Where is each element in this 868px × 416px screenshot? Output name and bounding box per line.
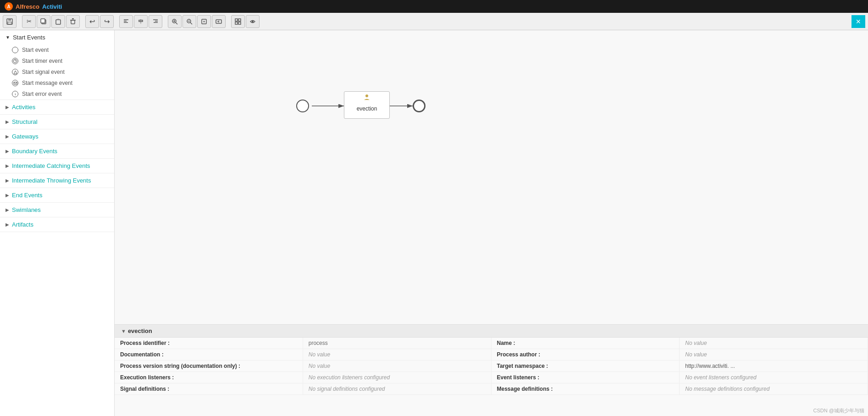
- start-signal-event-icon: [12, 69, 18, 75]
- toggle-grid-button[interactable]: [231, 15, 245, 28]
- sidebar-section-activities-header[interactable]: ▶ Activities: [0, 100, 114, 114]
- prop-value-target-namespace: http://www.activiti. ...: [680, 361, 868, 372]
- sidebar-section-end-events-header[interactable]: ▶ End Events: [0, 188, 114, 202]
- save-button[interactable]: [3, 15, 17, 28]
- end-events-arrow: ▶: [6, 193, 9, 198]
- close-panel-button[interactable]: ✕: [851, 15, 865, 28]
- paste-button[interactable]: [51, 15, 65, 28]
- sidebar-section-structural-header[interactable]: ▶ Structural: [0, 115, 114, 129]
- align-right-button[interactable]: [149, 15, 162, 28]
- align-center-button[interactable]: [134, 15, 148, 28]
- svg-point-37: [252, 21, 254, 22]
- start-events-label: Start Events: [13, 34, 45, 41]
- watermark: CSDN @城南少年与猫: [813, 407, 864, 414]
- sidebar-section-boundary-events-header[interactable]: ▶ Boundary Events: [0, 144, 114, 158]
- align-center-icon: [138, 18, 144, 25]
- alfresco-logo-icon: A: [5, 2, 13, 11]
- zoom-fit-button[interactable]: [197, 15, 211, 28]
- task-user-icon: [364, 94, 370, 102]
- svg-rect-9: [71, 20, 75, 24]
- sidebar-item-start-error-event[interactable]: Start error event: [0, 89, 114, 100]
- sidebar: ▼ Start Events Start event Start timer e…: [0, 30, 115, 416]
- zoom-100-button[interactable]: [212, 15, 226, 28]
- sidebar-section-activities: ▶ Activities: [0, 100, 114, 115]
- properties-title: evection: [128, 327, 152, 334]
- sidebar-section-structural: ▶ Structural: [0, 115, 114, 129]
- svg-rect-35: [235, 22, 238, 24]
- cut-icon: ✂: [27, 18, 32, 25]
- delete-button[interactable]: [66, 15, 80, 28]
- sidebar-section-intermediate-catching-header[interactable]: ▶ Intermediate Catching Events: [0, 159, 114, 173]
- intermediate-throwing-arrow: ▶: [6, 178, 9, 183]
- save-icon: [6, 18, 13, 25]
- intermediate-catching-arrow: ▶: [6, 163, 9, 168]
- zoom-out-button[interactable]: [182, 15, 196, 28]
- sidebar-section-start-events: ▼ Start Events Start event Start timer e…: [0, 30, 114, 100]
- prop-value-process-version: No value: [303, 361, 492, 372]
- sidebar-section-swimlanes-header[interactable]: ▶ Swimlanes: [0, 203, 114, 217]
- sidebar-section-start-events-header[interactable]: ▼ Start Events: [0, 30, 114, 44]
- properties-panel-header: ▼ evection: [115, 325, 868, 338]
- snap-icon: [249, 18, 256, 25]
- start-message-event-label: Start message event: [22, 80, 72, 86]
- sidebar-section-artifacts-header[interactable]: ▶ Artifacts: [0, 217, 114, 232]
- main-content: ▼ Start Events Start event Start timer e…: [0, 30, 868, 416]
- prop-label-execution-listeners: Execution listeners :: [115, 372, 303, 383]
- start-timer-event-icon: [12, 58, 18, 64]
- zoom-in-button[interactable]: [168, 15, 182, 28]
- start-events-arrow: ▼: [6, 35, 10, 40]
- sidebar-section-intermediate-throwing-header[interactable]: ▶ Intermediate Throwing Events: [0, 173, 114, 188]
- align-right-icon: [152, 18, 159, 25]
- sidebar-item-start-message-event[interactable]: Start message event: [0, 78, 114, 89]
- sidebar-section-boundary-events: ▶ Boundary Events: [0, 144, 114, 159]
- activities-arrow: ▶: [6, 105, 9, 110]
- diagram-canvas[interactable]: evection: [115, 30, 868, 324]
- prop-value-signal-definitions: No signal definitions configured: [303, 383, 492, 395]
- prop-value-name: No value: [680, 338, 868, 349]
- logo-activiti-text: Activiti: [42, 3, 62, 10]
- prop-value-documentation: No value: [303, 349, 492, 361]
- main-toolbar: ✂ ↩ ↪: [0, 13, 868, 30]
- svg-point-46: [365, 94, 368, 97]
- properties-grid: Process identifier : process Name : No v…: [115, 338, 868, 395]
- task-label: evection: [357, 105, 377, 112]
- task-node[interactable]: evection: [344, 91, 390, 119]
- prop-label-documentation: Documentation :: [115, 349, 303, 361]
- start-signal-event-label: Start signal event: [22, 69, 65, 75]
- prop-label-process-author: Process author :: [492, 349, 680, 361]
- end-events-label: End Events: [12, 192, 43, 199]
- redo-button[interactable]: ↪: [100, 15, 114, 28]
- activities-label: Activities: [12, 104, 35, 111]
- swimlanes-label: Swimlanes: [12, 206, 41, 213]
- cut-button[interactable]: ✂: [22, 15, 36, 28]
- align-left-icon: [123, 18, 129, 25]
- prop-label-name: Name :: [492, 338, 680, 349]
- start-error-event-label: Start error event: [22, 91, 62, 97]
- sidebar-item-start-event[interactable]: Start event: [0, 44, 114, 55]
- sidebar-section-intermediate-throwing: ▶ Intermediate Throwing Events: [0, 173, 114, 188]
- properties-arrow: ▼: [121, 328, 126, 334]
- prop-label-process-version: Process version string (documentation on…: [115, 361, 303, 372]
- delete-icon: [70, 18, 76, 25]
- snap-button[interactable]: [246, 15, 260, 28]
- svg-line-21: [176, 22, 177, 24]
- svg-text:A: A: [7, 4, 10, 9]
- undo-button[interactable]: ↩: [85, 15, 99, 28]
- start-event-node[interactable]: [296, 100, 309, 112]
- close-icon: ✕: [856, 18, 861, 25]
- sidebar-item-start-timer-event[interactable]: Start timer event: [0, 55, 114, 67]
- prop-label-signal-definitions: Signal definitions :: [115, 383, 303, 395]
- sidebar-section-gateways: ▶ Gateways: [0, 129, 114, 144]
- sidebar-section-swimlanes: ▶ Swimlanes: [0, 203, 114, 217]
- align-left-button[interactable]: [119, 15, 133, 28]
- boundary-events-arrow: ▶: [6, 149, 9, 154]
- start-event-icon: [12, 47, 18, 53]
- sidebar-item-start-signal-event[interactable]: Start signal event: [0, 67, 114, 78]
- sidebar-section-artifacts: ▶ Artifacts: [0, 217, 114, 232]
- end-event-node[interactable]: [413, 100, 426, 112]
- svg-marker-41: [14, 71, 17, 74]
- copy-button[interactable]: [37, 15, 50, 28]
- sidebar-section-end-events: ▶ End Events: [0, 188, 114, 203]
- boundary-events-label: Boundary Events: [12, 148, 57, 155]
- sidebar-section-gateways-header[interactable]: ▶ Gateways: [0, 129, 114, 144]
